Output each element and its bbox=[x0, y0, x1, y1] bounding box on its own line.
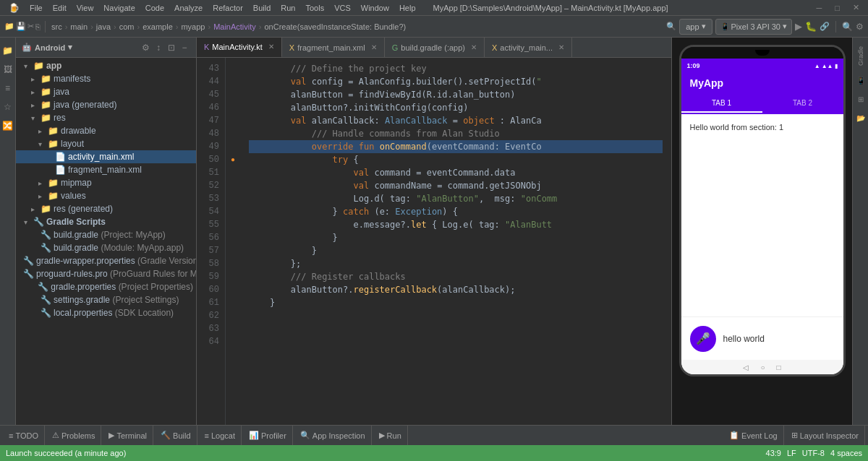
code-line-43: /// Define the project key bbox=[249, 62, 663, 75]
tab-close-gradle[interactable]: ✕ bbox=[471, 43, 477, 51]
menu-edit[interactable]: Edit bbox=[48, 2, 71, 14]
bottom-tab-event-log[interactable]: 📋 Event Log bbox=[723, 426, 784, 446]
bc-myapp[interactable]: myapp bbox=[181, 22, 205, 31]
gear-icon[interactable]: ⚙ bbox=[140, 42, 151, 53]
tree-item-settings-gradle[interactable]: 🔧 settings.gradle (Project Settings) bbox=[16, 293, 196, 306]
panel-dropdown-icon[interactable]: ▾ bbox=[68, 43, 72, 52]
build-variants-icon[interactable]: ⊞ bbox=[854, 92, 868, 106]
tree-item-res-generated[interactable]: ▸ 📁 res (generated) bbox=[16, 202, 196, 215]
bottom-tab-layout-inspector[interactable]: ⊞ Layout Inspector bbox=[786, 426, 865, 446]
gradle-vertical-tab[interactable]: Gradle bbox=[853, 43, 869, 69]
menu-code[interactable]: Code bbox=[141, 2, 169, 14]
toolbar-icon-4[interactable]: ⎘ bbox=[35, 22, 41, 31]
tree-item-build-gradle-module[interactable]: 🔧 build.gradle (Module: MyApp.app) bbox=[16, 241, 196, 254]
sort-icon[interactable]: ↕ bbox=[153, 42, 164, 53]
nav-back-btn[interactable]: ◁ bbox=[743, 363, 749, 371]
tree-item-layout[interactable]: ▾ 📁 layout bbox=[16, 137, 196, 150]
menu-view[interactable]: View bbox=[72, 2, 98, 14]
debug-btn[interactable]: 🐛 bbox=[805, 21, 817, 32]
menu-run[interactable]: Run bbox=[276, 2, 299, 14]
build-label: Build bbox=[173, 431, 190, 440]
emulator-icon[interactable]: 📱 bbox=[854, 73, 868, 87]
menu-refactor[interactable]: Refactor bbox=[208, 2, 247, 14]
tab-fragment-main[interactable]: X fragment_main.xml ✕ bbox=[282, 38, 385, 58]
tab-close-mainactivity[interactable]: ✕ bbox=[268, 43, 274, 51]
device-btn[interactable]: 📱 Pixel 3 API 30 ▾ bbox=[715, 19, 793, 35]
tree-item-manifests[interactable]: ▸ 📁 manifests bbox=[16, 72, 196, 85]
menu-help[interactable]: Help bbox=[395, 2, 420, 14]
bottom-tab-terminal[interactable]: ▶ Terminal bbox=[103, 426, 153, 446]
tree-item-proguard[interactable]: 🔧 proguard-rules.pro (ProGuard Rules for… bbox=[16, 267, 196, 280]
tree-item-local-properties[interactable]: 🔧 local.properties (SDK Location) bbox=[16, 306, 196, 319]
bottom-tab-logcat[interactable]: ≡ Logcat bbox=[199, 426, 242, 446]
minimize-btn[interactable]: ─ bbox=[812, 2, 827, 14]
tab-mainactivity[interactable]: K MainActivity.kt ✕ bbox=[197, 38, 282, 58]
menu-build[interactable]: Build bbox=[249, 2, 275, 14]
attach-btn[interactable]: 🔗 bbox=[820, 22, 830, 31]
collapse-icon[interactable]: − bbox=[179, 42, 190, 53]
bc-method[interactable]: onCreate(savedInstanceState: Bundle?) bbox=[264, 22, 406, 31]
tree-item-res[interactable]: ▾ 📁 res bbox=[16, 111, 196, 124]
tab-close-fragment[interactable]: ✕ bbox=[371, 43, 377, 51]
run-btn[interactable]: ▶ bbox=[795, 21, 802, 32]
sidebar-variants-icon[interactable]: 🔀 bbox=[1, 119, 15, 133]
tree-item-values[interactable]: ▸ 📁 values bbox=[16, 189, 196, 202]
tab-activity-main[interactable]: X activity_main... ✕ bbox=[485, 38, 572, 58]
app-config-btn[interactable]: app ▾ bbox=[679, 19, 712, 35]
sidebar-bookmarks-icon[interactable]: ☆ bbox=[1, 100, 15, 114]
toolbar-icon-2[interactable]: 💾 bbox=[16, 22, 26, 31]
tree-item-java-generated[interactable]: ▸ 📁 java (generated) bbox=[16, 98, 196, 111]
toolbar-icon-3[interactable]: ✂ bbox=[27, 22, 34, 31]
bottom-tab-todo[interactable]: ≡ TODO bbox=[3, 426, 45, 446]
sidebar-resource-icon[interactable]: 🖼 bbox=[1, 62, 15, 77]
nav-home-btn[interactable]: ○ bbox=[760, 363, 765, 371]
tab-close-activity[interactable]: ✕ bbox=[558, 43, 564, 51]
menu-file[interactable]: File bbox=[25, 2, 47, 14]
device-icon: 📱 bbox=[720, 22, 729, 30]
expand-icon[interactable]: ⊡ bbox=[166, 42, 177, 53]
phone-tab1[interactable]: TAB 1 bbox=[681, 95, 762, 113]
toolbar-icon-1[interactable]: 📁 bbox=[4, 22, 14, 31]
bc-src[interactable]: src bbox=[51, 22, 62, 31]
tree-item-java[interactable]: ▸ 📁 java bbox=[16, 85, 196, 98]
sidebar-structure-icon[interactable]: ≡ bbox=[1, 81, 15, 95]
nav-recent-btn[interactable]: □ bbox=[777, 363, 781, 371]
code-line-54: Log.d( tag: "AlanButton", msg: "onComm bbox=[249, 192, 663, 205]
tree-item-fragment-main[interactable]: 📄 fragment_main.xml bbox=[16, 163, 196, 176]
tree-item-gradle-scripts[interactable]: ▾ 🔧 Gradle Scripts bbox=[16, 215, 196, 228]
bc-mainactivity[interactable]: MainActivity bbox=[213, 22, 256, 31]
menu-navigate[interactable]: Navigate bbox=[99, 2, 139, 14]
tree-item-app[interactable]: ▾ 📁 app bbox=[16, 59, 196, 72]
device-explorer-icon[interactable]: 📂 bbox=[854, 111, 868, 125]
tree-item-drawable[interactable]: ▸ 📁 drawable bbox=[16, 124, 196, 137]
menu-vcs[interactable]: VCS bbox=[330, 2, 355, 14]
bc-main[interactable]: main bbox=[70, 22, 88, 31]
bottom-tab-run[interactable]: ▶ Run bbox=[373, 426, 408, 446]
menu-window[interactable]: Window bbox=[357, 2, 393, 14]
phone-tab2[interactable]: TAB 2 bbox=[762, 95, 843, 113]
tree-item-mipmap[interactable]: ▸ 📁 mipmap bbox=[16, 176, 196, 189]
bc-java[interactable]: java bbox=[96, 22, 111, 31]
tree-item-gradle-properties[interactable]: 🔧 gradle.properties (Project Properties) bbox=[16, 280, 196, 293]
maximize-btn[interactable]: □ bbox=[830, 2, 844, 14]
tab-xml-icon-2: X bbox=[492, 43, 497, 52]
inspect-icon[interactable]: 🔍 bbox=[666, 22, 676, 31]
tree-item-gradle-wrapper[interactable]: 🔧 gradle-wrapper.properties (Gradle Vers… bbox=[16, 254, 196, 267]
menu-tools[interactable]: Tools bbox=[301, 2, 328, 14]
menu-analyze[interactable]: Analyze bbox=[170, 2, 207, 14]
bottom-tab-problems[interactable]: ⚠ Problems bbox=[46, 426, 101, 446]
phone-fab[interactable]: 🎤 bbox=[690, 326, 716, 352]
search-btn[interactable]: 🔍 bbox=[842, 22, 853, 32]
tree-item-build-gradle-project[interactable]: 🔧 build.gradle (Project: MyApp) bbox=[16, 228, 196, 241]
bc-com[interactable]: com bbox=[119, 22, 135, 31]
close-btn[interactable]: ✕ bbox=[848, 1, 864, 14]
tab-build-gradle[interactable]: G build.gradle (:app) ✕ bbox=[385, 38, 485, 58]
tree-item-activity-main[interactable]: 📄 activity_main.xml bbox=[16, 150, 196, 163]
settings-btn[interactable]: ⚙ bbox=[856, 22, 864, 32]
sidebar-project-icon[interactable]: 📁 bbox=[1, 43, 15, 58]
bottom-tab-profiler[interactable]: 📊 Profiler bbox=[243, 426, 293, 446]
bottom-tab-build[interactable]: 🔨 Build bbox=[155, 426, 197, 446]
bc-example[interactable]: example bbox=[142, 22, 173, 31]
code-editor[interactable]: /// Define the project key val config = … bbox=[240, 58, 671, 425]
bottom-tab-app-inspection[interactable]: 🔍 App Inspection bbox=[294, 426, 372, 446]
